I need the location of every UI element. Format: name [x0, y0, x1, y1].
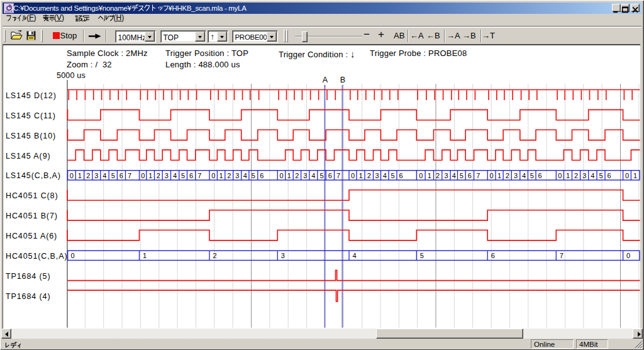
svg-text:2: 2	[436, 172, 440, 179]
svg-text:0: 0	[419, 172, 423, 179]
svg-text:0: 0	[625, 172, 629, 179]
svg-text:3: 3	[165, 172, 169, 179]
svg-text:7: 7	[128, 172, 131, 179]
svg-text:6: 6	[189, 172, 193, 179]
svg-text:1: 1	[287, 172, 291, 179]
svg-text:4: 4	[591, 172, 594, 179]
svg-text:1: 1	[358, 172, 362, 179]
svg-text:0: 0	[279, 172, 283, 179]
svg-text:4: 4	[452, 172, 456, 179]
svg-text:2: 2	[86, 172, 90, 179]
svg-text:5: 5	[181, 172, 185, 179]
svg-text:1: 1	[497, 172, 501, 179]
svg-text:6: 6	[328, 172, 332, 179]
svg-text:0: 0	[211, 172, 215, 179]
svg-text:0: 0	[71, 252, 75, 259]
svg-text:6: 6	[399, 172, 403, 179]
svg-text:5: 5	[391, 172, 394, 179]
svg-text:1: 1	[566, 172, 570, 179]
svg-text:1: 1	[633, 172, 637, 179]
svg-text:4: 4	[383, 172, 387, 179]
svg-text:1: 1	[143, 252, 147, 259]
svg-text:6: 6	[491, 252, 495, 259]
svg-text:7: 7	[197, 172, 201, 179]
svg-text:5: 5	[460, 172, 464, 179]
svg-text:2: 2	[367, 172, 371, 179]
svg-text:4: 4	[353, 252, 357, 259]
svg-text:3: 3	[444, 172, 448, 179]
svg-text:2: 2	[227, 172, 231, 179]
svg-text:5: 5	[599, 172, 602, 179]
svg-text:3: 3	[281, 252, 285, 259]
svg-text:5: 5	[111, 172, 115, 179]
svg-text:3: 3	[514, 172, 518, 179]
svg-text:2: 2	[157, 172, 160, 179]
svg-text:4: 4	[311, 172, 315, 179]
svg-text:myLA: myLA	[5, 10, 13, 13]
svg-text:B: B	[340, 76, 345, 84]
svg-text:3: 3	[582, 172, 586, 179]
svg-text:1: 1	[219, 172, 223, 179]
svg-text:5: 5	[530, 172, 534, 179]
svg-text:1: 1	[428, 172, 431, 179]
svg-text:0: 0	[558, 172, 562, 179]
svg-text:6: 6	[260, 172, 264, 179]
svg-text:6: 6	[119, 172, 123, 179]
svg-text:2: 2	[213, 252, 217, 259]
svg-text:5: 5	[420, 252, 424, 259]
svg-text:7: 7	[476, 172, 480, 179]
svg-text:5: 5	[319, 172, 323, 179]
svg-text:3: 3	[303, 172, 307, 179]
svg-text:4: 4	[103, 172, 106, 179]
svg-text:4: 4	[243, 172, 247, 179]
svg-text:6: 6	[538, 172, 542, 179]
svg-text:0: 0	[70, 172, 74, 179]
svg-text:1: 1	[148, 172, 152, 179]
svg-text:4: 4	[173, 172, 177, 179]
svg-text:2: 2	[295, 172, 299, 179]
svg-text:3: 3	[235, 172, 239, 179]
svg-text:0: 0	[490, 172, 494, 179]
svg-text:2: 2	[574, 172, 578, 179]
svg-text:4: 4	[522, 172, 526, 179]
svg-text:0: 0	[351, 172, 355, 179]
svg-text:3: 3	[375, 172, 379, 179]
svg-text:1: 1	[78, 172, 82, 179]
svg-text:5: 5	[252, 172, 255, 179]
svg-text:A: A	[323, 76, 328, 84]
svg-text:6: 6	[608, 172, 611, 179]
svg-text:2: 2	[506, 172, 509, 179]
svg-text:0: 0	[626, 252, 630, 259]
svg-text:3: 3	[94, 172, 98, 179]
svg-text:0: 0	[141, 172, 145, 179]
svg-text:6: 6	[468, 172, 472, 179]
svg-text:7: 7	[560, 252, 564, 259]
svg-text:7: 7	[336, 172, 340, 179]
